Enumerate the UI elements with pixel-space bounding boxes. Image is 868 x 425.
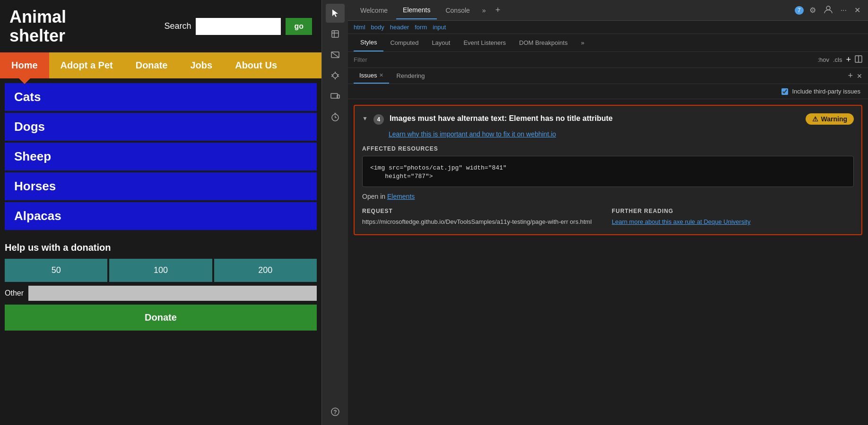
site-header: Animal shelter Search go xyxy=(0,0,321,52)
expand-icon[interactable]: ▼ xyxy=(362,115,368,122)
nav-item-about[interactable]: About Us xyxy=(224,52,288,78)
svg-line-10 xyxy=(331,76,333,76)
learn-link[interactable]: Learn why this is important and how to f… xyxy=(389,130,854,138)
tab-console[interactable]: Console xyxy=(439,2,476,19)
svg-point-5 xyxy=(333,73,338,78)
other-amount-input[interactable] xyxy=(28,286,317,301)
animal-item-horses[interactable]: Horses xyxy=(5,172,317,200)
inspect-icon[interactable] xyxy=(326,25,345,43)
go-button[interactable]: go xyxy=(286,18,312,35)
filter-bar-right: :hov .cls + xyxy=(817,55,862,65)
breadcrumb: html body header form input xyxy=(348,21,868,34)
nav-item-donate[interactable]: Donate xyxy=(124,52,179,78)
nav-item-adopt[interactable]: Adopt a Pet xyxy=(49,52,124,78)
issue-card: ▼ 4 Images must have alternate text: Ele… xyxy=(354,105,862,235)
tab-elements[interactable]: Elements xyxy=(396,1,437,19)
animal-item-dogs[interactable]: Dogs xyxy=(5,113,317,141)
left-panel: Animal shelter Search go Home Adopt a Pe… xyxy=(0,0,321,425)
filter-add-btn[interactable]: + xyxy=(846,55,851,65)
overflow-icon[interactable]: ··· xyxy=(839,4,849,17)
help-icon[interactable]: ? xyxy=(326,402,345,421)
crumb-body[interactable]: body xyxy=(371,24,384,31)
more-tabs-icon[interactable]: » xyxy=(478,3,490,18)
filter-dock-icon[interactable] xyxy=(855,55,862,64)
affected-label: AFFECTED RESOURCES xyxy=(362,145,854,152)
amount-50-button[interactable]: 50 xyxy=(5,259,107,282)
crumb-form[interactable]: form xyxy=(415,24,427,31)
close-issues-panel[interactable]: ✕ xyxy=(857,72,862,80)
devtools-panel: Welcome Elements Console » + 7 ⚙ ··· ✕ h… xyxy=(348,0,868,425)
search-input[interactable] xyxy=(196,18,281,35)
animal-item-cats[interactable]: Cats xyxy=(5,83,317,111)
amount-100-button[interactable]: 100 xyxy=(109,259,212,282)
tab-computed[interactable]: Computed xyxy=(383,34,425,51)
no-image-icon[interactable] xyxy=(326,45,345,64)
animal-item-alpacas[interactable]: Alpacas xyxy=(5,202,317,230)
code-content: <img src="photos/cat.jpg" width="841" he… xyxy=(370,164,507,180)
tab-more-styles[interactable]: » xyxy=(574,34,591,51)
request-text: https://microsoftedge.github.io/DevTools… xyxy=(362,217,604,227)
bug-icon[interactable] xyxy=(326,66,345,85)
crumb-header[interactable]: header xyxy=(390,24,409,31)
svg-line-4 xyxy=(331,52,339,58)
issues-rendering-tabs: Issues ✕ Rendering + ✕ xyxy=(348,68,868,84)
svg-rect-12 xyxy=(331,94,338,98)
tab-layout[interactable]: Layout xyxy=(425,34,457,51)
tab-issues[interactable]: Issues ✕ xyxy=(354,68,389,84)
third-party-row: Include third-party issues xyxy=(348,84,868,99)
tab-event-listeners[interactable]: Event Listeners xyxy=(457,34,512,51)
third-party-checkbox[interactable] xyxy=(781,88,788,95)
responsive-icon[interactable] xyxy=(326,87,345,106)
tab-dom-breakpoints[interactable]: DOM Breakpoints xyxy=(512,34,574,51)
request-section: REQUEST https://microsoftedge.github.io/… xyxy=(362,208,604,227)
tab-welcome[interactable]: Welcome xyxy=(354,2,394,19)
filter-input[interactable] xyxy=(354,56,812,63)
request-label: REQUEST xyxy=(362,208,604,214)
tab-rendering[interactable]: Rendering xyxy=(391,68,431,83)
open-in-prefix: Open in xyxy=(362,193,387,200)
crumb-input[interactable]: input xyxy=(433,24,446,31)
nav-item-jobs[interactable]: Jobs xyxy=(179,52,224,78)
issues-tabs-right: + ✕ xyxy=(848,71,862,81)
crumb-html[interactable]: html xyxy=(354,24,365,31)
styles-tabs: Styles Computed Layout Event Listeners D… xyxy=(348,34,868,52)
warning-label: Warning xyxy=(821,115,847,123)
timer-icon[interactable] xyxy=(326,108,345,127)
cursor-icon[interactable] xyxy=(326,4,345,23)
issue-count: 4 xyxy=(373,114,384,125)
svg-line-11 xyxy=(338,76,339,76)
site-nav: Home Adopt a Pet Donate Jobs About Us xyxy=(0,52,321,78)
filter-bar: :hov .cls + xyxy=(348,52,868,68)
issue-title: Images must have alternate text: Element… xyxy=(390,113,800,124)
tab-styles[interactable]: Styles xyxy=(354,34,383,51)
third-party-label: Include third-party issues xyxy=(792,88,860,95)
warning-icon: ⚠ xyxy=(812,115,818,123)
open-in-elements-link[interactable]: Elements xyxy=(387,193,415,200)
site-title: Animal shelter xyxy=(9,8,66,45)
add-tab-icon[interactable]: + xyxy=(492,3,504,17)
donation-amounts: 50 100 200 xyxy=(5,259,317,282)
further-link[interactable]: Learn more about this axe rule at Deque … xyxy=(612,218,750,225)
devtools-topbar: Welcome Elements Console » + 7 ⚙ ··· ✕ xyxy=(348,0,868,21)
other-label: Other xyxy=(5,289,24,298)
search-label: Search xyxy=(164,21,191,31)
svg-rect-0 xyxy=(332,31,339,37)
animal-item-sheep[interactable]: Sheep xyxy=(5,143,317,170)
search-area: Search go xyxy=(164,18,312,35)
filter-hov[interactable]: :hov xyxy=(817,56,829,63)
donation-title: Help us with a donation xyxy=(5,242,317,253)
filter-cls[interactable]: .cls xyxy=(833,56,842,63)
add-issues-tab[interactable]: + xyxy=(848,71,853,81)
notification-badge: 7 xyxy=(795,6,804,15)
topbar-right: 7 ⚙ ··· ✕ xyxy=(795,3,862,18)
settings-icon[interactable]: ⚙ xyxy=(807,4,818,17)
issues-content: ▼ 4 Images must have alternate text: Ele… xyxy=(348,99,868,425)
further-grid: REQUEST https://microsoftedge.github.io/… xyxy=(362,208,854,227)
svg-text:?: ? xyxy=(333,409,337,416)
close-issues-tab[interactable]: ✕ xyxy=(379,72,383,78)
donate-button[interactable]: Donate xyxy=(5,305,317,331)
amount-200-button[interactable]: 200 xyxy=(214,259,317,282)
nav-item-home[interactable]: Home xyxy=(0,52,49,78)
close-icon[interactable]: ✕ xyxy=(852,4,862,17)
user-icon[interactable] xyxy=(822,3,835,18)
